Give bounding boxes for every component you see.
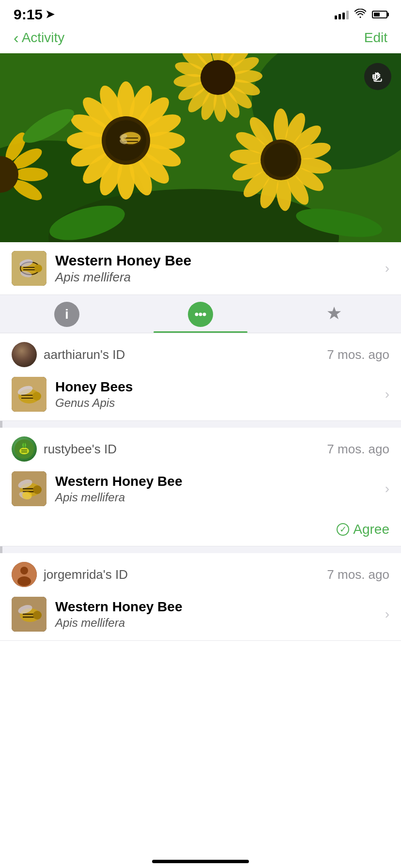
id-header-2: rustybee's ID 7 mos. ago <box>0 428 401 466</box>
battery-icon <box>372 11 387 18</box>
avatar-image-2 <box>12 436 37 462</box>
status-icons <box>335 9 387 21</box>
id-header-3: jorgemrida's ID 7 mos. ago <box>0 553 401 592</box>
agree-circle-icon: ✓ <box>337 523 349 536</box>
hero-svg <box>0 53 401 242</box>
tab-activity[interactable] <box>134 302 267 333</box>
activity-section: aarthiarun's ID 7 mos. ago Honey <box>0 333 401 641</box>
status-bar: 9:15 ➤ <box>0 0 401 26</box>
share-button[interactable] <box>364 63 391 90</box>
id-scientific-3: Apis mellifera <box>55 616 182 630</box>
id-username-2: rustybee's ID <box>44 442 117 457</box>
id-entry-1: aarthiarun's ID 7 mos. ago Honey <box>0 333 401 421</box>
avatar-image-1 <box>12 342 37 367</box>
id-species-1[interactable]: Honey Bees Genus Apis › <box>0 372 401 420</box>
species-name-block: Western Honey Bee Apis mellifera <box>55 252 191 285</box>
share-icon <box>371 70 384 83</box>
star-icon <box>322 302 347 327</box>
status-time: 9:15 ➤ <box>14 6 54 23</box>
svg-point-86 <box>32 392 41 401</box>
id-name-block-1: Honey Bees Genus Apis <box>55 379 133 410</box>
svg-point-89 <box>19 448 29 454</box>
section-separator-2 <box>0 546 401 553</box>
hero-canvas <box>0 53 401 242</box>
chevron-left-icon: ‹ <box>14 30 19 46</box>
species-thumbnail <box>12 251 46 286</box>
id-name-block-3: Western Honey Bee Apis mellifera <box>55 599 182 630</box>
id-thumb-2 <box>12 471 46 506</box>
home-indicator <box>152 860 249 863</box>
svg-point-76 <box>34 264 42 272</box>
id-species-2[interactable]: Western Honey Bee Apis mellifera › <box>0 466 401 515</box>
id-species-left-3: Western Honey Bee Apis mellifera <box>12 597 182 632</box>
id-user-2: rustybee's ID <box>12 436 117 462</box>
agree-button[interactable]: ✓ Agree <box>337 522 389 537</box>
tab-bar: i <box>0 295 401 333</box>
id-scientific-2: Apis mellifera <box>55 491 182 504</box>
hero-image <box>0 53 401 242</box>
section-separator-1 <box>0 421 401 428</box>
species-scientific-name: Apis mellifera <box>55 270 191 285</box>
back-button[interactable]: ‹ Activity <box>14 30 64 46</box>
id-time-3: 7 mos. ago <box>327 567 389 582</box>
agree-row: ✓ Agree <box>0 515 401 546</box>
id-header-1: aarthiarun's ID 7 mos. ago <box>0 333 401 372</box>
svg-point-108 <box>33 611 42 620</box>
wifi-icon <box>355 9 366 21</box>
id-entry-2: rustybee's ID 7 mos. ago <box>0 428 401 546</box>
id-time-1: 7 mos. ago <box>327 347 389 362</box>
id-user-1: aarthiarun's ID <box>12 342 125 367</box>
id-thumb-1 <box>12 377 46 412</box>
id-username-1: aarthiarun's ID <box>44 347 125 362</box>
id-species-left-2: Western Honey Bee Apis mellifera <box>12 471 182 506</box>
id-common-2: Western Honey Bee <box>55 474 182 489</box>
svg-point-81 <box>203 313 206 316</box>
id-name-block-2: Western Honey Bee Apis mellifera <box>55 474 182 504</box>
svg-point-100 <box>22 492 32 499</box>
tab-info[interactable]: i <box>0 302 134 333</box>
svg-point-79 <box>195 313 199 316</box>
species-header-row[interactable]: Western Honey Bee Apis mellifera › <box>0 242 401 295</box>
edit-label: Edit <box>364 30 387 45</box>
id-thumb-3 <box>12 597 46 632</box>
tab-activity-indicator <box>154 331 247 333</box>
tab-favorites[interactable] <box>267 302 401 333</box>
user-avatar-3 <box>12 562 37 587</box>
svg-rect-69 <box>373 75 375 78</box>
id-species-3[interactable]: Western Honey Bee Apis mellifera › <box>0 592 401 640</box>
id-species-left-1: Honey Bees Genus Apis <box>12 377 133 412</box>
chevron-right-id3: › <box>385 606 389 622</box>
svg-point-46 <box>15 168 48 181</box>
agree-label: Agree <box>353 522 389 537</box>
svg-point-102 <box>20 567 28 574</box>
svg-point-97 <box>33 485 42 494</box>
activity-icon <box>188 302 213 327</box>
svg-point-80 <box>199 313 202 316</box>
species-common-name: Western Honey Bee <box>55 252 191 269</box>
id-time-2: 7 mos. ago <box>327 442 389 457</box>
svg-point-65 <box>200 60 235 95</box>
user-avatar-1 <box>12 342 37 367</box>
chevron-right-id2: › <box>385 481 389 496</box>
info-icon: i <box>54 302 79 327</box>
signal-icon <box>335 10 349 19</box>
id-common-1: Honey Bees <box>55 379 133 395</box>
id-user-3: jorgemrida's ID <box>12 562 128 587</box>
chevron-right-id1: › <box>385 387 389 402</box>
species-info: Western Honey Bee Apis mellifera <box>12 251 191 286</box>
user-avatar-2 <box>12 436 37 462</box>
checkmark-icon: ✓ <box>339 525 347 534</box>
location-arrow-icon: ➤ <box>46 8 54 21</box>
id-scientific-1: Genus Apis <box>55 396 133 410</box>
chevron-right-icon: › <box>385 261 389 276</box>
avatar-image-3 <box>12 562 37 587</box>
nav-bar: ‹ Activity Edit <box>0 26 401 53</box>
svg-point-103 <box>17 576 31 586</box>
edit-button[interactable]: Edit <box>364 30 387 46</box>
species-thumb-image <box>12 251 46 286</box>
id-common-3: Western Honey Bee <box>55 599 182 615</box>
svg-point-43 <box>264 143 298 177</box>
id-username-3: jorgemrida's ID <box>44 567 128 582</box>
time-display: 9:15 <box>14 6 43 23</box>
id-entry-3: jorgemrida's ID 7 mos. ago Wester <box>0 553 401 641</box>
